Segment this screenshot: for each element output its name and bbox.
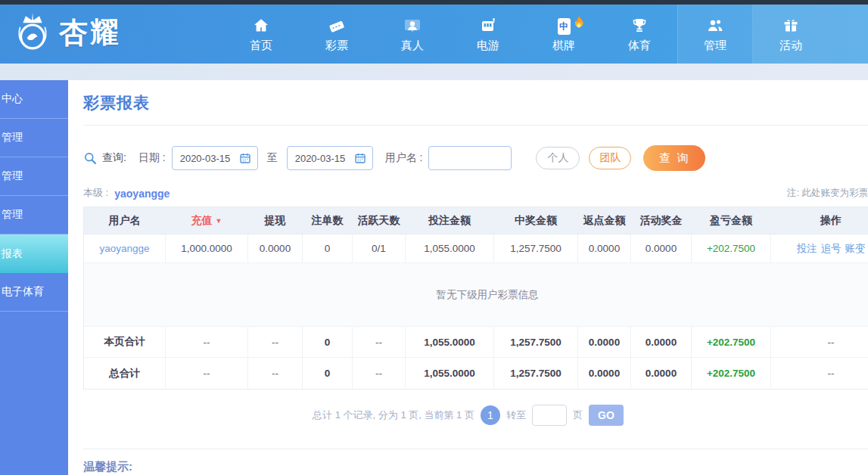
header-actions: 操作: [771, 207, 868, 234]
grand-total-row: 总合计 -- -- 0 -- 1,055.0000 1,257.7500 0.0…: [84, 358, 868, 389]
row-recharge: 1,000.0000: [166, 234, 248, 262]
report-table: 用户名 充值 ▼ 提现 注单数 活跃天数 投注金额 中奖金额 返点金额 活动奖金…: [83, 206, 868, 390]
crown-emblem-icon: [11, 9, 54, 56]
table-header-row: 用户名 充值 ▼ 提现 注单数 活跃天数 投注金额 中奖金额 返点金额 活动奖金…: [84, 207, 868, 234]
nav-item-management[interactable]: 管理: [677, 5, 753, 64]
empty-message-row: 暂无下级用户彩票信息: [84, 263, 868, 327]
brand-name: 杏耀: [59, 14, 121, 52]
personal-button[interactable]: 个人: [536, 147, 580, 169]
sidebar-item-management-2[interactable]: 管理: [0, 157, 68, 196]
nav-item-boardgames[interactable]: 中 棋牌: [526, 5, 602, 64]
pagination-summary: 总计 1 个记录, 分为 1 页, 当前第 1 页: [313, 408, 474, 422]
action-account-change-link[interactable]: 账变: [845, 242, 866, 256]
people-icon: [705, 15, 725, 35]
row-username-link[interactable]: yaoyangge: [99, 243, 149, 254]
row-rebate: 0.0000: [578, 234, 631, 262]
row-bets: 0: [303, 234, 353, 262]
nav-item-activities[interactable]: 活动: [753, 5, 868, 64]
query-label: 查询:: [102, 151, 126, 165]
header-active-days: 活跃天数: [353, 207, 406, 234]
page-unit-label: 页: [573, 408, 583, 422]
header-username: 用户名: [84, 207, 166, 234]
nav-item-sports[interactable]: 体育: [602, 5, 677, 64]
nav-label: 彩票: [325, 39, 348, 53]
username-field[interactable]: [428, 146, 512, 170]
main-content: 彩票报表 查询: 日期 : 至: [68, 80, 868, 475]
date-from-input[interactable]: [179, 152, 233, 165]
go-button[interactable]: GO: [589, 405, 624, 426]
sidebar-item-management-3[interactable]: 管理: [0, 196, 68, 234]
date-from-field[interactable]: [172, 146, 258, 170]
nav-item-home[interactable]: 首页: [223, 5, 299, 64]
header-recharge[interactable]: 充值 ▼: [166, 207, 248, 234]
page-title: 彩票报表: [83, 92, 868, 113]
nav-label: 活动: [779, 39, 802, 53]
ticket-icon: [327, 15, 347, 35]
top-navbar: 杏耀 首页 彩票: [0, 5, 868, 64]
action-chase-link[interactable]: 追号: [821, 242, 842, 256]
total-label: 本页合计: [84, 327, 166, 357]
sidebar: 中心 管理 管理 管理 报表 电子体育: [0, 80, 68, 475]
mahjong-tile-icon: 中: [558, 15, 571, 35]
row-activity-bonus: 0.0000: [631, 234, 692, 262]
nav-label: 电游: [477, 39, 499, 53]
nav-item-lottery[interactable]: 彩票: [299, 5, 375, 64]
row-bet-amount: 1,055.0000: [406, 234, 494, 262]
sidebar-item-esports[interactable]: 电子体育: [0, 273, 68, 312]
team-button[interactable]: 团队: [589, 147, 631, 169]
pagination: 总计 1 个记录, 分为 1 页, 当前第 1 页 1 转至 页 GO: [83, 405, 853, 426]
search-button[interactable]: 查 询: [643, 145, 705, 171]
header-rebate: 返点金额: [578, 207, 631, 234]
level-username[interactable]: yaoyangge: [114, 188, 170, 200]
to-label: 至: [267, 151, 278, 165]
row-profit: +202.7500: [707, 243, 755, 254]
header-withdraw: 提现: [248, 207, 303, 234]
search-toolbar: 查询: 日期 : 至 用户名 : 个人 团: [83, 145, 868, 171]
nav-label: 首页: [250, 39, 272, 53]
username-input[interactable]: [435, 152, 505, 165]
live-person-icon: [403, 15, 422, 35]
home-icon: [252, 15, 270, 35]
nav-label: 棋牌: [552, 39, 575, 53]
goto-label: 转至: [506, 408, 526, 422]
username-label: 用户名 :: [385, 151, 423, 165]
sort-desc-icon[interactable]: ▼: [216, 217, 222, 225]
date-to-input[interactable]: [294, 152, 348, 165]
footer-divider: [83, 449, 868, 449]
title-divider: [83, 125, 868, 126]
total-label: 总合计: [84, 358, 166, 389]
trophy-icon: [630, 15, 649, 35]
header-activity-bonus: 活动奖金: [631, 207, 692, 234]
nav-item-egames[interactable]: 电游: [450, 5, 526, 64]
row-withdraw: 0.0000: [248, 234, 303, 262]
nav-label: 真人: [401, 39, 424, 53]
gift-icon: [782, 15, 800, 35]
account-change-note: 注: 此处账变为彩票: [787, 187, 868, 200]
header-bet-amount: 投注金额: [406, 207, 494, 234]
tips-label: 温馨提示:: [83, 460, 868, 474]
calendar-icon[interactable]: [239, 152, 251, 164]
row-win-amount: 1,257.7500: [494, 234, 578, 262]
goto-page-input[interactable]: [532, 405, 567, 426]
sidebar-item-center[interactable]: 中心: [0, 80, 68, 119]
row-active-days: 0/1: [353, 234, 406, 262]
action-bets-link[interactable]: 投注: [797, 242, 817, 256]
header-bets: 注单数: [303, 207, 353, 234]
header-win-amount: 中奖金额: [494, 207, 578, 234]
date-label: 日期 :: [138, 151, 166, 165]
brand-logo[interactable]: 杏耀: [11, 9, 121, 56]
date-to-field[interactable]: [287, 146, 373, 170]
nav-label: 体育: [628, 39, 651, 53]
nav-item-live[interactable]: 真人: [375, 5, 450, 64]
page-number-button[interactable]: 1: [481, 405, 500, 425]
sidebar-item-report[interactable]: 报表: [0, 234, 68, 273]
sidebar-item-management-1[interactable]: 管理: [0, 119, 68, 157]
level-row: 本级 : yaoyangge 注: 此处账变为彩票: [83, 186, 868, 200]
calendar-icon[interactable]: [354, 152, 366, 164]
header-profit: 盈亏金额: [692, 207, 771, 234]
nav-label: 管理: [704, 39, 726, 53]
main-nav: 首页 彩票 真人: [223, 5, 868, 64]
search-icon: [83, 151, 97, 165]
navbar-gap-band: [0, 64, 868, 80]
table-row: yaoyangge 1,000.0000 0.0000 0 0/1 1,055.…: [84, 234, 868, 263]
